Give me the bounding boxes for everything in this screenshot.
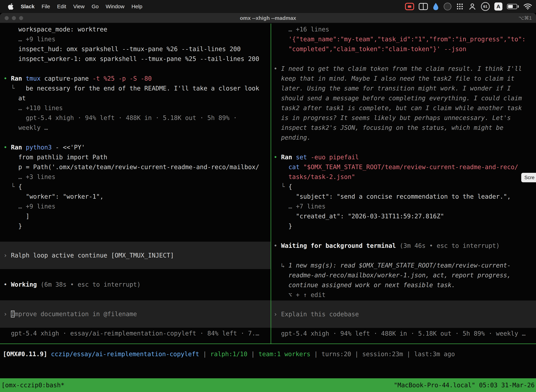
terminal-text: … +110 lines <box>4 104 63 112</box>
terminal-line: ⌥ + ↑ edit <box>271 290 536 300</box>
window-shortcut-hint: ⌥⌘1 <box>518 13 532 23</box>
menu-bar: Slack File Edit View Go Window Help 61 A <box>0 0 536 13</box>
terminal-text: inspect_hud: omx sparkshell --tmux-pane … <box>4 46 241 52</box>
terminal-text <box>274 232 277 239</box>
prompt-input[interactable]: › Improve documentation in @filename <box>0 300 271 328</box>
input-source-letter: A <box>496 4 500 9</box>
terminal-text: › <box>274 311 281 318</box>
terminal-text: continue assigned work or next feasible … <box>274 281 455 289</box>
terminal-text: • <box>274 242 281 249</box>
terminal-text: should send a message before completing … <box>274 95 522 102</box>
tile-divider <box>423 4 424 9</box>
terminal-text: … +7 lines <box>274 203 325 210</box>
menu-item-window[interactable]: Window <box>106 4 124 9</box>
terminal-text: Working <box>11 281 41 288</box>
battery-icon[interactable] <box>507 4 519 9</box>
terminal-line <box>271 142 536 152</box>
terminal-text: "completed","claim_token":"claim-token"}… <box>274 46 466 52</box>
terminal-text: readme-and-reco/mailbox/worker-1.json, a… <box>274 272 511 279</box>
menu-item-go[interactable]: Go <box>92 4 99 9</box>
menu-item-file[interactable]: File <box>42 4 50 9</box>
spacer <box>0 231 271 242</box>
terminal-text: { <box>18 183 22 190</box>
dots-grid-icon[interactable] <box>456 3 464 10</box>
pane-right[interactable]: … +16 lines '{"team_name":"my-team","tas… <box>271 23 536 344</box>
droplet-icon[interactable] <box>432 2 439 11</box>
dark-app-icon[interactable] <box>444 3 451 10</box>
terminal-text: team:1 workers <box>258 350 310 358</box>
terminal-text: ralph:1/10 <box>210 350 247 358</box>
omx-status-line: [OMX#0.11.9] cczip/essay/ai-reimplementa… <box>0 349 536 359</box>
terminal-text <box>47 350 51 358</box>
terminal-text: I need to get the claim token from the c… <box>281 65 522 72</box>
terminal-line: '{"team_name":"my-team","task_id":"1","f… <box>271 34 536 44</box>
person-icon[interactable] <box>468 2 476 10</box>
terminal-line: at <box>0 93 271 103</box>
terminal-line: keep that in mind. Maybe I also need the… <box>271 74 536 84</box>
terminal-text <box>274 252 277 259</box>
tmux-session-label: [omx-cczip0:bash* <box>1 382 64 389</box>
terminal-text: p = Path('.omx/state/team/review-current… <box>4 163 259 171</box>
terminal-text: ⌥ + ↑ edit <box>274 291 325 299</box>
screen-recording-stop-icon[interactable] <box>405 3 414 10</box>
terminal-line: … +7 lines <box>271 201 536 211</box>
battery-nub <box>518 5 519 8</box>
battery-gauge-badge[interactable]: 61 <box>481 2 490 11</box>
terminal-text: Ralph loop active continue [OMX_TMUX_INJ… <box>11 252 174 259</box>
terminal-line: • Ran set -euo pipefail <box>271 152 536 162</box>
terminal-text: Explain this codebase <box>281 311 359 318</box>
terminal-text: { <box>288 183 292 190</box>
terminal-line: └ be necessary for the end of the README… <box>0 84 271 93</box>
terminal-line: "created_at": "2026-03-31T11:59:27.816Z" <box>271 211 536 221</box>
terminal-text: Ran <box>11 144 26 151</box>
terminal-line: cat "$OMX_TEAM_STATE_ROOT/team/review-cu… <box>271 162 536 172</box>
terminal-text: session:23m <box>362 350 403 358</box>
terminal-line: } <box>0 221 271 231</box>
battery-gauge-value: 61 <box>483 5 487 9</box>
menu-app-name[interactable]: Slack <box>21 4 34 9</box>
recording-dot <box>408 5 411 8</box>
terminal-text: keep that in mind. Maybe I also need the… <box>274 75 515 82</box>
terminal-text: inspect_worker-1: omx sparkshell --tmux-… <box>4 55 259 62</box>
input-source-icon[interactable]: A <box>494 2 502 10</box>
terminal-text: … +16 lines <box>274 26 329 33</box>
window-title: omx --xhigh --madmax <box>0 13 536 23</box>
terminal-line: • Ran tmux capture-pane -t %25 -p -S -80 <box>0 74 271 84</box>
terminal-text: 1 new msg(s): read $OMX_TEAM_STATE_ROOT/… <box>288 262 511 269</box>
terminal-text: is in progress? It seems likely but perh… <box>274 114 511 121</box>
terminal-text: from pathlib import Path <box>4 154 107 161</box>
terminal-text: (6m 38s • esc to interrupt) <box>41 281 141 288</box>
terminal-text: python3 <box>26 144 55 151</box>
terminal-text: "subject": "send a concise recommendatio… <box>274 193 511 200</box>
prompt-input[interactable]: › Explain this codebase <box>271 300 536 328</box>
terminal-line: ] <box>0 211 271 221</box>
terminal-line: [OMX#0.11.9] cczip/essay/ai-reimplementa… <box>0 349 536 359</box>
terminal-text: at <box>4 95 26 102</box>
terminal-text: └ <box>4 85 26 92</box>
terminal-window: omx --xhigh --madmax ⌥⌘1 workspace_mode:… <box>0 13 536 392</box>
terminal-text: workspace_mode: worktree <box>4 26 107 33</box>
window-tiling-icon[interactable] <box>419 3 428 10</box>
terminal-text: └ <box>274 183 288 190</box>
spacer <box>0 289 271 300</box>
terminal-text: … +3 lines <box>4 173 55 180</box>
tmux-status-bar: [omx-cczip0:bash* "MacBook-Pro-44.local"… <box>0 378 536 392</box>
terminal-line <box>271 231 536 241</box>
title-bar[interactable]: omx --xhigh --madmax ⌥⌘1 <box>0 13 536 23</box>
menu-item-edit[interactable]: Edit <box>57 4 66 9</box>
terminal-text: later. Using the same for transition mig… <box>274 85 511 92</box>
menu-item-view[interactable]: View <box>73 4 84 9</box>
injected-prompt-banner[interactable]: › Ralph loop active continue [OMX_TMUX_I… <box>0 242 271 269</box>
wifi-icon[interactable] <box>523 3 532 10</box>
terminal-text: - <<'PY' <box>55 144 85 151</box>
pane-left[interactable]: workspace_mode: worktree … +9 lines insp… <box>0 23 271 344</box>
terminal-text: "worker": "worker-1", <box>4 193 104 200</box>
spacer <box>0 269 271 280</box>
terminal-text: • <box>4 75 11 82</box>
apple-menu-icon[interactable] <box>8 3 14 10</box>
pane-bottom-border <box>0 344 536 344</box>
terminal-text <box>274 163 288 171</box>
terminal-line: is in progress? It seems likely but perh… <box>271 113 536 123</box>
menu-item-help[interactable]: Help <box>132 4 143 9</box>
terminal-text: Ran <box>11 75 26 82</box>
